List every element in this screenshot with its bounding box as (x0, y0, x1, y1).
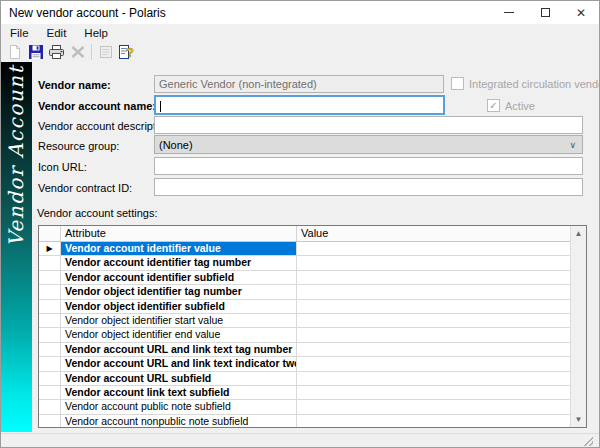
attribute-cell[interactable]: Vendor object identifier start value (61, 314, 297, 327)
icon-url-label: Icon URL: (38, 161, 87, 173)
properties-button[interactable] (95, 42, 116, 61)
table-row[interactable]: Vendor account URL and link text indicat… (39, 357, 570, 371)
minimize-icon (504, 12, 514, 13)
chevron-down-icon: ∨ (569, 140, 578, 150)
scroll-up-icon[interactable]: ▲ (571, 226, 587, 241)
statusbar (1, 433, 599, 448)
row-selector-cell[interactable] (39, 372, 61, 385)
close-icon: ✕ (576, 7, 586, 19)
checkbox-icon (451, 77, 464, 90)
print-button[interactable] (46, 42, 67, 61)
table-row[interactable]: Vendor object identifier tag number (39, 285, 570, 299)
resource-group-label: Resource group: (38, 140, 119, 152)
close-button[interactable]: ✕ (563, 1, 599, 24)
attribute-cell[interactable]: Vendor object identifier end value (61, 328, 297, 341)
grid-scrollbar[interactable]: ▲ ▼ (570, 226, 586, 427)
help-button[interactable]: ? (116, 42, 137, 61)
delete-x-icon (70, 44, 86, 60)
new-document-icon (7, 44, 23, 60)
value-cell[interactable] (297, 314, 570, 327)
value-cell[interactable] (297, 300, 570, 313)
save-button[interactable] (25, 42, 46, 61)
print-icon (48, 44, 65, 60)
sidebar-title: Vendor Account (4, 65, 28, 247)
attribute-cell[interactable]: Vendor account nonpublic note subfield (61, 415, 297, 428)
description-input[interactable] (154, 116, 583, 134)
settings-grid: Attribute Value ▶ Vendor account identif… (38, 225, 587, 428)
value-cell[interactable] (297, 242, 570, 255)
value-cell[interactable] (297, 328, 570, 341)
maximize-icon (541, 8, 550, 17)
attribute-cell[interactable]: Vendor account URL and link text tag num… (61, 343, 297, 356)
integrated-vendor-label: Integrated circulation vendor (469, 78, 600, 90)
attribute-column-header[interactable]: Attribute (61, 226, 297, 241)
value-cell[interactable] (297, 400, 570, 413)
row-selector-cell[interactable] (39, 256, 61, 269)
row-selector-cell[interactable] (39, 285, 61, 298)
sidebar: Vendor Account (1, 62, 32, 432)
value-cell[interactable] (297, 256, 570, 269)
toolbar: ? (1, 41, 599, 62)
value-cell[interactable] (297, 285, 570, 298)
table-row[interactable]: Vendor object identifier subfield (39, 300, 570, 314)
row-selector-cell[interactable] (39, 328, 61, 341)
table-row[interactable]: Vendor object identifier end value (39, 328, 570, 342)
table-row[interactable]: ▶ Vendor account identifier value (39, 242, 570, 256)
attribute-cell[interactable]: Vendor account identifier tag number (61, 256, 297, 269)
resource-group-dropdown[interactable]: (None) ∨ (154, 135, 583, 154)
delete-button[interactable] (67, 42, 88, 61)
dialog-window: New vendor account - Polaris ✕ File Edit… (0, 0, 600, 448)
table-row[interactable]: Vendor account identifier subfield (39, 271, 570, 285)
contract-id-label: Vendor contract ID: (38, 182, 132, 194)
vendor-name-value: Generic Vendor (non-integrated) (159, 78, 317, 90)
table-row[interactable]: Vendor account public note subfield (39, 400, 570, 414)
value-cell[interactable] (297, 386, 570, 399)
attribute-cell[interactable]: Vendor account URL and link text indicat… (61, 357, 297, 370)
new-button[interactable] (4, 42, 25, 61)
value-cell[interactable] (297, 271, 570, 284)
table-row[interactable]: Vendor object identifier start value (39, 314, 570, 328)
resize-grip[interactable] (583, 436, 593, 446)
resource-group-value: (None) (159, 139, 569, 151)
table-row[interactable]: Vendor account URL subfield (39, 372, 570, 386)
row-selector-cell[interactable] (39, 386, 61, 399)
row-selector-cell[interactable] (39, 300, 61, 313)
row-selector-cell[interactable] (39, 400, 61, 413)
maximize-button[interactable] (527, 1, 563, 24)
account-name-label: Vendor account name: (38, 100, 156, 112)
row-selector-cell[interactable]: ▶ (39, 242, 61, 255)
row-selector-cell[interactable] (39, 271, 61, 284)
save-icon (28, 44, 44, 60)
attribute-cell[interactable]: Vendor object identifier tag number (61, 285, 297, 298)
menubar: File Edit Help (1, 24, 599, 41)
attribute-cell[interactable]: Vendor account link text subfield (61, 386, 297, 399)
row-selector-cell[interactable] (39, 415, 61, 428)
table-row[interactable]: Vendor account nonpublic note subfield (39, 415, 570, 428)
attribute-cell[interactable]: Vendor object identifier subfield (61, 300, 297, 313)
menu-edit[interactable]: Edit (38, 26, 76, 40)
attribute-cell[interactable]: Vendor account identifier subfield (61, 271, 297, 284)
grid-header: Attribute Value (39, 226, 570, 242)
row-selector-cell[interactable] (39, 343, 61, 356)
row-selector-cell[interactable] (39, 357, 61, 370)
scroll-down-icon[interactable]: ▼ (571, 412, 587, 427)
menu-help[interactable]: Help (75, 26, 117, 40)
attribute-cell[interactable]: Vendor account URL subfield (61, 372, 297, 385)
window-title: New vendor account - Polaris (1, 6, 491, 20)
account-name-input[interactable] (154, 95, 445, 115)
value-cell[interactable] (297, 357, 570, 370)
value-column-header[interactable]: Value (297, 226, 570, 241)
attribute-cell[interactable]: Vendor account identifier value (61, 242, 297, 255)
minimize-button[interactable] (491, 1, 527, 24)
table-row[interactable]: Vendor account identifier tag number (39, 256, 570, 270)
table-row[interactable]: Vendor account URL and link text tag num… (39, 343, 570, 357)
value-cell[interactable] (297, 372, 570, 385)
menu-file[interactable]: File (1, 26, 38, 40)
contract-id-input[interactable] (154, 178, 583, 196)
value-cell[interactable] (297, 415, 570, 428)
value-cell[interactable] (297, 343, 570, 356)
attribute-cell[interactable]: Vendor account public note subfield (61, 400, 297, 413)
icon-url-input[interactable] (154, 157, 583, 175)
row-selector-cell[interactable] (39, 314, 61, 327)
table-row[interactable]: Vendor account link text subfield (39, 386, 570, 400)
